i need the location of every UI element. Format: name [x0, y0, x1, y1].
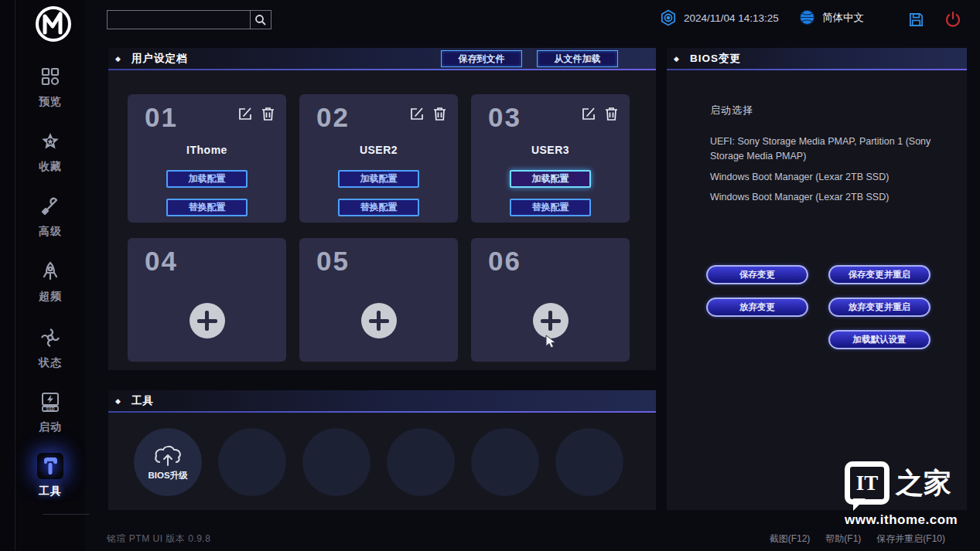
bios-changes-title: BIOS变更 — [690, 52, 741, 66]
tool-slot-empty — [218, 428, 286, 496]
bios-upgrade-button[interactable]: BIOS升级 — [134, 428, 202, 496]
sidebar-item-preview[interactable]: 预览 — [15, 63, 85, 109]
trash-icon[interactable] — [261, 107, 275, 121]
profile-card-02: 02 USER2 加载配置 替换配置 — [299, 94, 458, 223]
card-number: 05 — [316, 246, 350, 277]
search-icon — [254, 14, 267, 26]
discard-changes-button[interactable]: 放弃变更 — [706, 298, 808, 317]
diamond-icon: ◆ — [115, 55, 121, 63]
mouse-cursor — [545, 335, 559, 353]
profile-name: USER2 — [299, 144, 458, 156]
load-config-button[interactable]: 加载配置 — [510, 170, 591, 188]
profile-name: IThome — [128, 144, 286, 156]
sidebar-item-overclock[interactable]: 超频 — [15, 258, 85, 304]
boot-option: UEFI: Sony Storage Media PMAP, Partition… — [710, 134, 944, 165]
tools-header: ◆ 工具 — [108, 390, 656, 411]
diamond-icon: ◆ — [115, 397, 121, 405]
bios-changes-panel: ◆ BIOS变更 启动选择 UEFI: Sony Storage Media P… — [667, 48, 967, 510]
ithome-url: www.ithome.com — [845, 512, 968, 528]
grid-preview-icon — [37, 63, 63, 90]
load-from-file-button[interactable]: 从文件加载 — [537, 50, 618, 67]
add-profile-button[interactable] — [361, 303, 397, 338]
sidebar-item-boot[interactable]: SSD 启动 — [15, 389, 85, 434]
search-input[interactable] — [107, 10, 251, 29]
boot-options-list: UEFI: Sony Storage Media PMAP, Partition… — [710, 134, 944, 211]
boot-ssd-icon: SSD — [37, 389, 63, 415]
sidebar-item-advanced[interactable]: 高级 — [15, 193, 85, 239]
card-number: 02 — [316, 102, 350, 133]
star-favorites-icon — [37, 128, 63, 155]
footer-shortcuts: 截图(F12) 帮助(F1) 保存并重启(F10) — [770, 532, 945, 546]
ithome-watermark: IT 之家 www.ithome.com — [845, 461, 968, 528]
load-config-button[interactable]: 加载配置 — [338, 170, 419, 188]
trash-icon[interactable] — [605, 107, 618, 121]
trash-icon[interactable] — [433, 107, 446, 121]
load-config-button[interactable]: 加载配置 — [166, 170, 248, 188]
add-profile-button[interactable] — [190, 303, 225, 338]
tool-slot-empty — [302, 428, 370, 496]
cloud-upload-icon — [152, 444, 183, 468]
header-gradient-line — [108, 411, 656, 413]
hammer-tools-icon — [37, 453, 63, 479]
load-defaults-button[interactable]: 加载默认设置 — [828, 330, 930, 349]
profile-card-04: 04 — [128, 238, 286, 362]
profile-card-03: 03 USER3 加载配置 替换配置 — [471, 94, 630, 223]
user-profiles-header: ◆ 用户设定档 保存到文件 从文件加载 — [108, 48, 656, 69]
sidebar-label: 启动 — [39, 420, 62, 434]
search-button[interactable] — [251, 10, 271, 29]
ithome-logo-it: IT — [856, 471, 879, 495]
sidebar-label: 收藏 — [39, 160, 62, 174]
card-number: 01 — [145, 102, 178, 133]
sidebar-item-favorites[interactable]: 收藏 — [15, 128, 85, 174]
floppy-save-icon — [908, 12, 924, 28]
power-button[interactable] — [943, 9, 963, 29]
save-restart-shortcut[interactable]: 保存并重启(F10) — [876, 532, 945, 546]
maxsun-logo — [29, 5, 77, 43]
save-changes-button[interactable]: 保存变更 — [706, 265, 808, 284]
tool-slot-empty — [387, 428, 455, 496]
power-icon — [944, 11, 961, 28]
bios-changes-header: ◆ BIOS变更 — [667, 48, 967, 69]
add-profile-button[interactable] — [533, 303, 569, 338]
header-gradient-line — [667, 69, 967, 70]
tool-slot-empty — [471, 428, 539, 496]
language-selector[interactable]: 简体中文 — [799, 9, 864, 26]
sidebar-label: 状态 — [39, 356, 62, 370]
profile-card-01: 01 IThome 加载配置 替换配置 — [128, 94, 286, 223]
sidebar-item-status[interactable]: 状态 — [15, 325, 85, 370]
card-number: 04 — [145, 246, 178, 277]
replace-config-button[interactable]: 替换配置 — [166, 199, 248, 216]
fan-status-icon — [37, 325, 63, 351]
sidebar-label: 超频 — [39, 290, 62, 304]
boot-option: Windows Boot Manager (Lexar 2TB SSD) — [710, 190, 944, 205]
save-settings-button[interactable] — [906, 9, 926, 29]
header-gradient-line — [108, 69, 656, 70]
edit-icon[interactable] — [582, 107, 596, 121]
save-changes-restart-button[interactable]: 保存变更并重启 — [828, 265, 930, 284]
user-profiles-title: 用户设定档 — [131, 52, 188, 66]
replace-config-button[interactable]: 替换配置 — [338, 199, 419, 216]
tool-label: BIOS升级 — [148, 470, 187, 481]
sidebar-label: 工具 — [39, 485, 62, 498]
tools-panel: ◆ 工具 BIOS升级 — [108, 390, 656, 510]
edit-icon[interactable] — [238, 107, 253, 121]
boot-select-label: 启动选择 — [710, 104, 753, 117]
replace-config-button[interactable]: 替换配置 — [510, 199, 591, 216]
tool-slot-empty — [555, 428, 623, 496]
boot-option: Windows Boot Manager (Lexar 2TB SSD) — [710, 170, 944, 185]
language-label: 简体中文 — [822, 11, 864, 25]
diamond-icon: ◆ — [674, 55, 679, 63]
help-shortcut[interactable]: 帮助(F1) — [825, 532, 861, 546]
sidebar-label: 预览 — [39, 95, 62, 109]
rocket-overclock-icon — [37, 258, 63, 284]
edit-icon[interactable] — [410, 107, 425, 121]
ithome-logo: IT — [845, 461, 890, 505]
profile-name: USER3 — [471, 144, 630, 156]
discard-changes-restart-button[interactable]: 放弃变更并重启 — [828, 298, 930, 317]
screenshot-shortcut[interactable]: 截图(F12) — [770, 532, 811, 546]
save-to-file-button[interactable]: 保存到文件 — [441, 50, 522, 67]
version-text: 铭瑄 PTM UI 版本 0.9.8 — [107, 532, 210, 546]
svg-text:SSD: SSD — [46, 406, 54, 411]
sidebar-bottom-decoration — [43, 501, 103, 515]
sidebar-item-tools[interactable]: 工具 — [15, 453, 85, 498]
